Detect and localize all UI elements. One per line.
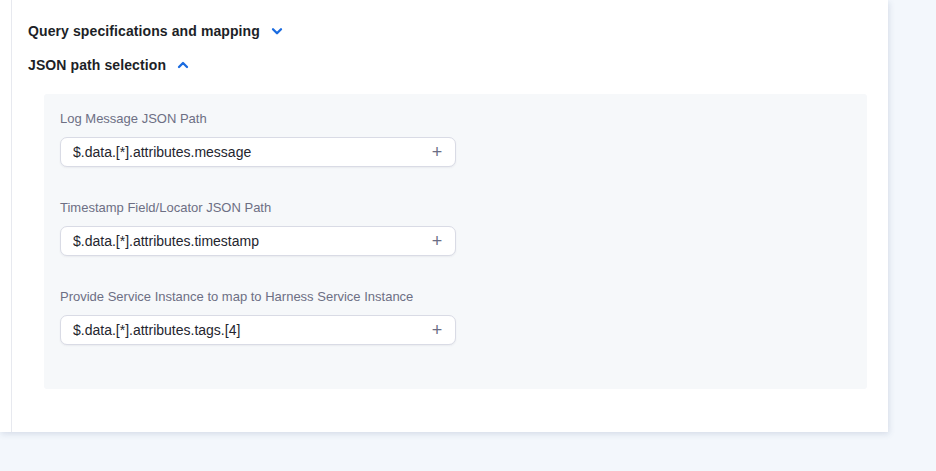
field-log-message-json-path: Log Message JSON Path + [60, 111, 851, 167]
timestamp-json-path-input-box: + [60, 226, 456, 256]
section-header-json-path-selection[interactable]: JSON path selection [28, 57, 190, 73]
field-timestamp-json-path: Timestamp Field/Locator JSON Path + [60, 200, 851, 256]
log-message-json-path-input-box: + [60, 137, 456, 167]
plus-icon[interactable]: + [425, 227, 455, 255]
field-label: Log Message JSON Path [60, 111, 851, 126]
section-header-query-specifications[interactable]: Query specifications and mapping [28, 23, 284, 39]
field-label: Timestamp Field/Locator JSON Path [60, 200, 851, 215]
service-instance-json-path-input-box: + [60, 315, 456, 345]
chevron-up-icon[interactable] [176, 58, 190, 72]
plus-icon[interactable]: + [425, 316, 455, 344]
timestamp-json-path-input[interactable] [61, 227, 425, 255]
plus-icon[interactable]: + [425, 138, 455, 166]
json-path-panel: Log Message JSON Path + Timestamp Field/… [44, 94, 867, 389]
chevron-down-icon[interactable] [270, 24, 284, 38]
field-label: Provide Service Instance to map to Harne… [60, 289, 851, 304]
field-service-instance-json-path: Provide Service Instance to map to Harne… [60, 289, 851, 345]
section-title: JSON path selection [28, 57, 166, 73]
section-title: Query specifications and mapping [28, 23, 260, 39]
card-content: Query specifications and mapping JSON pa… [28, 23, 867, 389]
left-divider [11, 0, 12, 432]
query-mapping-card: Query specifications and mapping JSON pa… [0, 0, 888, 432]
log-message-json-path-input[interactable] [61, 138, 425, 166]
service-instance-json-path-input[interactable] [61, 316, 425, 344]
